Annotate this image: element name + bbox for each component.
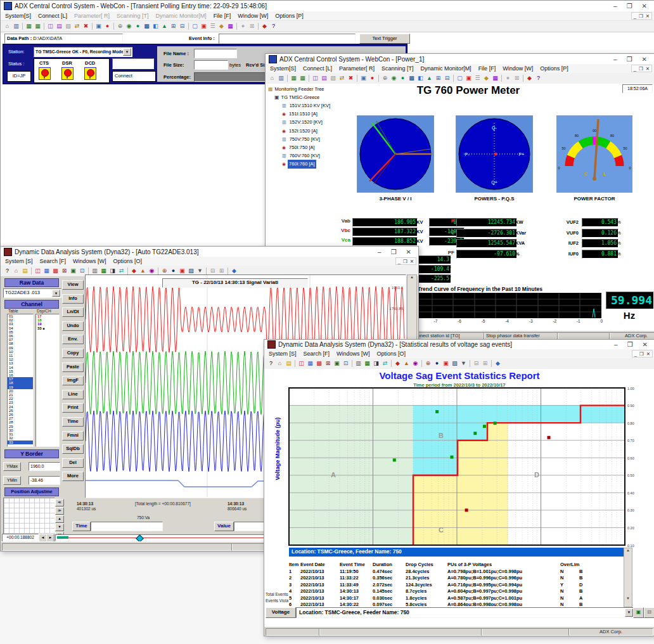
toolbar-icon[interactable]: ▩ bbox=[51, 267, 60, 275]
ymin-field[interactable]: -38.46 bbox=[29, 476, 60, 485]
toolbar-icon[interactable]: ⊞ bbox=[481, 359, 489, 368]
toolbar-icon[interactable]: ⇄ bbox=[338, 74, 346, 82]
toolbar-icon[interactable]: ▤ bbox=[55, 22, 63, 30]
file-name-field[interactable] bbox=[194, 49, 237, 58]
mdi-restore-button[interactable]: ❐ bbox=[639, 66, 643, 72]
button-del[interactable]: Del bbox=[62, 458, 84, 468]
time-field[interactable] bbox=[91, 522, 163, 531]
id-button[interactable]: ID=JP bbox=[7, 71, 31, 82]
toolbar-icon[interactable]: ? bbox=[534, 74, 542, 82]
toolbar-icon[interactable]: ▢ bbox=[191, 22, 199, 30]
toolbar-icon[interactable]: ▣ bbox=[359, 74, 368, 82]
menu-item-options-p[interactable]: Options [P] bbox=[540, 65, 568, 72]
toolbar-icon[interactable]: ⊡ bbox=[342, 359, 350, 368]
toolbar-icon[interactable]: ▢ bbox=[456, 74, 464, 82]
toolbar-icon[interactable]: ▣ bbox=[94, 22, 103, 30]
toolbar-icon[interactable]: ▣ bbox=[442, 359, 450, 368]
channel-table-list[interactable]: 0102030405060708091011121314151617181920… bbox=[7, 314, 34, 447]
toolbar-icon[interactable]: ▣ bbox=[465, 74, 473, 82]
toolbar-icon[interactable]: ⊞ bbox=[169, 22, 177, 30]
dsp-channel-list[interactable]: 17181933 ■ bbox=[35, 314, 60, 447]
menu-item-search-f[interactable]: Search [F] bbox=[40, 258, 67, 264]
toolbar-icon[interactable]: ▦ bbox=[290, 74, 298, 82]
position-button-[interactable]: ▼ bbox=[55, 524, 64, 531]
button-ln-dt[interactable]: Ln/Dt bbox=[62, 307, 84, 317]
toolbar-icon[interactable]: ▦ bbox=[491, 74, 499, 82]
chevron-down-icon[interactable]: ▼ bbox=[52, 290, 60, 297]
toolbar-icon[interactable]: ⊠ bbox=[513, 74, 521, 82]
event-info-field[interactable] bbox=[219, 34, 356, 44]
menu-item-options-o[interactable]: Options [O] bbox=[113, 258, 143, 264]
menu-item-system-s[interactable]: System [S] bbox=[269, 351, 297, 357]
table-row[interactable]: 22022/10/1311:33:220.356sec21.3cyclesA=0… bbox=[289, 575, 624, 582]
menu-item-scanning-t[interactable]: Scanning [T] bbox=[382, 65, 414, 72]
ymax-field[interactable]: 1960.0 bbox=[29, 462, 60, 471]
toolbar-icon[interactable]: ✖ bbox=[347, 74, 355, 82]
menu-item-connect-l[interactable]: Connect [L] bbox=[303, 65, 332, 72]
toolbar-icon[interactable]: ▧ bbox=[64, 22, 72, 30]
toolbar-icon[interactable]: ☰ bbox=[208, 22, 217, 30]
toolbar-icon[interactable]: ◫ bbox=[46, 22, 54, 30]
window-maximize-button[interactable]: ❐ bbox=[627, 341, 633, 348]
save-button[interactable]: ▣ bbox=[633, 607, 644, 618]
window-minimize-button[interactable]: – bbox=[378, 248, 382, 255]
mdi-close-button[interactable]: ✕ bbox=[410, 259, 414, 264]
position-button-[interactable]: ▲ bbox=[55, 515, 64, 523]
toolbar-icon[interactable]: ⊕ bbox=[116, 22, 124, 30]
table-row[interactable]: 32022/10/1311:33:492.072sec124.3cyclesA=… bbox=[289, 582, 624, 589]
mdi-restore-button[interactable]: ❐ bbox=[639, 13, 643, 19]
dsp-channel-33[interactable]: 33 ■ bbox=[36, 326, 59, 330]
file-size-field[interactable] bbox=[194, 60, 228, 70]
titlebar[interactable]: Dynamic Data Analysis System (Dyna32) - … bbox=[264, 340, 654, 350]
toolbar-icon[interactable]: ● bbox=[433, 359, 441, 368]
toolbar-icon[interactable]: ▦ bbox=[306, 359, 314, 368]
button-fmnl[interactable]: Fmnl bbox=[62, 431, 84, 441]
toolbar-icon[interactable]: ◆ bbox=[260, 22, 269, 30]
menu-item-system-s[interactable]: System [S] bbox=[5, 258, 33, 264]
toolbar-icon[interactable]: ● bbox=[134, 22, 142, 30]
toolbar-icon[interactable]: ◆ bbox=[394, 359, 402, 368]
toolbar-icon[interactable]: ◉ bbox=[411, 359, 420, 368]
menu-item-parameter-r[interactable]: Parameter[ R] bbox=[339, 65, 375, 72]
toolbar-icon[interactable]: ◨ bbox=[372, 359, 380, 368]
toolbar-icon[interactable]: ☰ bbox=[473, 74, 482, 82]
mdi-close-button[interactable]: ✕ bbox=[646, 66, 650, 72]
toolbar-icon[interactable]: ◆ bbox=[482, 74, 490, 82]
toolbar-icon[interactable]: ✖ bbox=[82, 22, 90, 30]
titlebar[interactable]: ADX Central Control System - WebCon - [P… bbox=[266, 54, 654, 65]
menu-item-windows-w[interactable]: Windows [W] bbox=[73, 258, 106, 264]
tree-item-152i-1520-a[interactable]: ◉152I:1520 [A] bbox=[267, 127, 347, 135]
chevron-down-icon[interactable]: ▼ bbox=[625, 609, 633, 617]
window-close-button[interactable]: ✕ bbox=[406, 248, 411, 255]
toolbar-icon[interactable]: ? bbox=[3, 267, 11, 275]
window-maximize-button[interactable]: ❐ bbox=[391, 248, 397, 255]
channel-item-33[interactable]: 33 bbox=[8, 441, 33, 444]
button-view[interactable]: View bbox=[62, 280, 84, 290]
tree-item-760i-760-a[interactable]: ◉760I:760 [A] bbox=[267, 160, 347, 168]
button-undo[interactable]: Undo bbox=[62, 321, 84, 331]
window-maximize-button[interactable]: ❐ bbox=[627, 3, 632, 10]
tree-root[interactable]: ▦Monitoring Feeder Tree bbox=[267, 85, 347, 93]
window-minimize-button[interactable]: – bbox=[614, 341, 618, 348]
menu-item-window-w[interactable]: Window [W] bbox=[503, 65, 533, 72]
menu-item-connect-l[interactable]: Connect [L] bbox=[38, 13, 67, 19]
table-row[interactable]: 52022/10/1314:30:170.030sec1.8cyclesA=0.… bbox=[289, 595, 624, 602]
toolbar-icon[interactable]: ● bbox=[103, 22, 112, 30]
mdi-minimize-button[interactable]: _ bbox=[634, 351, 637, 357]
mdi-minimize-button[interactable]: _ bbox=[634, 13, 636, 19]
toolbar-icon[interactable]: ⊠ bbox=[324, 359, 332, 368]
connect-button[interactable]: Connect bbox=[112, 71, 156, 82]
button-info[interactable]: Info bbox=[62, 294, 84, 304]
toolbar-icon[interactable]: ⌂ bbox=[276, 359, 284, 368]
toolbar-icon[interactable]: ▲ bbox=[402, 359, 411, 368]
toolbar-icon[interactable]: ▩ bbox=[143, 22, 151, 30]
window-close-button[interactable]: ✕ bbox=[642, 3, 647, 10]
menu-item-options-o[interactable]: Options [O] bbox=[377, 351, 406, 357]
menu-item-options-p[interactable]: Options [P] bbox=[275, 13, 304, 19]
button-print[interactable]: Print bbox=[62, 403, 84, 413]
menu-item-search-f[interactable]: Search [F] bbox=[304, 351, 330, 357]
window-close-button[interactable]: ✕ bbox=[643, 341, 648, 348]
button-sqldb[interactable]: SqlDb bbox=[62, 444, 84, 454]
data-path-field[interactable]: Data Path : D:\ADX\DATA bbox=[4, 34, 123, 44]
value-button[interactable]: Value bbox=[214, 522, 234, 531]
